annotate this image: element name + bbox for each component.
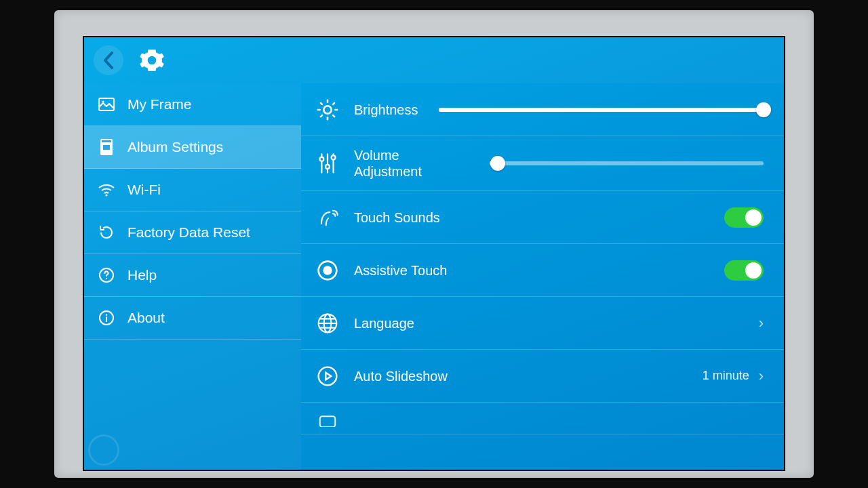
svg-rect-31: [320, 416, 336, 427]
svg-point-26: [323, 266, 332, 274]
assistive-touch-icon: [315, 258, 340, 283]
setting-row-auto-slideshow[interactable]: Auto Slideshow 1 minute ›: [301, 350, 784, 403]
svg-point-4: [105, 194, 107, 196]
setting-label: Brightness: [354, 102, 418, 118]
sidebar-item-factory-reset[interactable]: Factory Data Reset: [84, 211, 301, 254]
assistive-touch-overlay-icon[interactable]: [88, 434, 119, 466]
help-icon: [98, 266, 115, 284]
svg-point-30: [319, 367, 337, 385]
svg-line-15: [321, 102, 322, 104]
setting-label: Touch Sounds: [354, 209, 440, 226]
svg-point-24: [332, 155, 336, 159]
sidebar: My Frame Album Settings Wi-Fi: [84, 83, 301, 470]
brightness-icon: [315, 97, 340, 123]
screen: My Frame Album Settings Wi-Fi: [83, 36, 785, 471]
volume-slider[interactable]: [490, 161, 764, 165]
setting-row-partial[interactable]: [301, 403, 784, 434]
sidebar-item-help[interactable]: Help: [84, 254, 301, 297]
sidebar-item-about[interactable]: About: [84, 297, 301, 340]
setting-label: Assistive Touch: [354, 262, 447, 279]
touch-sounds-toggle[interactable]: [724, 207, 764, 228]
sidebar-item-label: Help: [127, 267, 157, 283]
setting-label: Volume Adjustment: [354, 147, 469, 180]
svg-point-20: [319, 157, 323, 161]
settings-panel: Brightness Volume Adjustment: [301, 83, 784, 470]
unknown-icon: [315, 408, 340, 434]
play-icon: [315, 363, 340, 389]
brightness-slider[interactable]: [439, 108, 764, 112]
sidebar-item-label: Wi-Fi: [127, 182, 161, 198]
chevron-right-icon: ›: [759, 314, 764, 332]
wifi-icon: [98, 181, 115, 199]
svg-line-17: [321, 115, 322, 117]
svg-rect-2: [103, 145, 110, 150]
sliders-icon: [315, 150, 340, 176]
chevron-left-icon: [102, 52, 115, 69]
sidebar-item-label: Factory Data Reset: [127, 224, 250, 241]
setting-row-language[interactable]: Language ›: [301, 297, 784, 350]
info-icon: [98, 309, 115, 327]
chevron-right-icon: ›: [759, 367, 764, 385]
settings-title-icon: [138, 47, 165, 74]
setting-row-volume: Volume Adjustment: [301, 136, 784, 191]
svg-line-18: [333, 102, 334, 104]
sidebar-item-label: My Frame: [127, 96, 192, 113]
svg-point-9: [106, 314, 107, 315]
touch-sound-icon: [315, 205, 340, 230]
sidebar-item-my-frame[interactable]: My Frame: [84, 83, 301, 126]
picture-icon: [98, 96, 115, 113]
setting-row-touch-sounds[interactable]: Touch Sounds: [301, 191, 784, 244]
reset-icon: [98, 224, 115, 241]
auto-slideshow-value: 1 minute: [703, 369, 749, 383]
globe-icon: [315, 310, 340, 336]
album-icon: [98, 138, 115, 156]
gear-icon: [139, 47, 165, 73]
back-button[interactable]: [94, 45, 123, 75]
sidebar-item-wifi[interactable]: Wi-Fi: [84, 169, 301, 211]
body: My Frame Album Settings Wi-Fi: [84, 83, 784, 470]
svg-point-22: [326, 165, 330, 169]
setting-label: Auto Slideshow: [354, 368, 448, 384]
svg-rect-3: [102, 140, 111, 142]
device-bezel: My Frame Album Settings Wi-Fi: [54, 10, 814, 478]
setting-row-assistive-touch[interactable]: Assistive Touch: [301, 244, 784, 297]
setting-row-brightness: Brightness: [301, 83, 784, 136]
svg-point-6: [106, 278, 107, 279]
sidebar-item-album-settings[interactable]: Album Settings: [84, 126, 301, 169]
svg-line-16: [333, 115, 334, 117]
svg-point-1: [102, 100, 104, 102]
assistive-touch-toggle[interactable]: [724, 260, 764, 281]
setting-label: Language: [354, 315, 414, 331]
sidebar-item-label: About: [127, 310, 165, 326]
svg-point-10: [323, 106, 331, 113]
header-bar: [84, 37, 784, 83]
sidebar-item-label: Album Settings: [127, 139, 223, 155]
